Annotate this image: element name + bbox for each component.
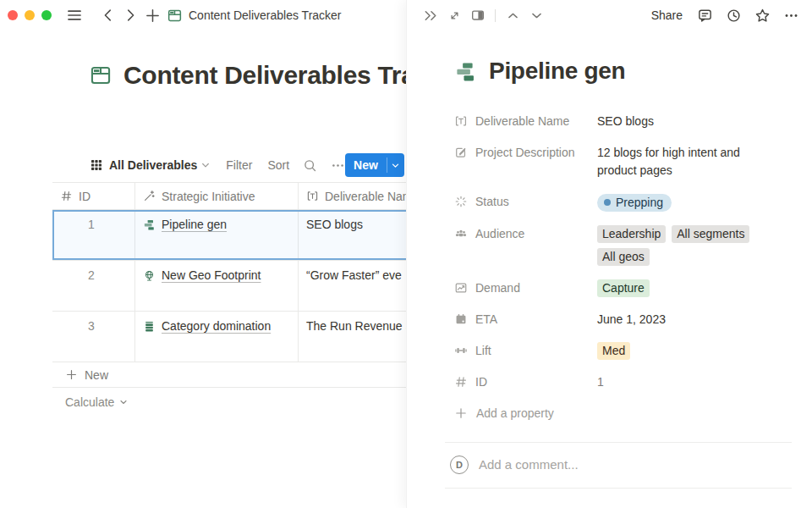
status-dot	[604, 199, 611, 206]
property-label[interactable]: ETA	[454, 311, 597, 329]
relation-link[interactable]: Pipeline gen	[162, 218, 227, 231]
share-button[interactable]: Share	[651, 8, 683, 22]
view-name[interactable]: All Deliverables	[109, 158, 197, 172]
panel-toolbar-actions: Share	[651, 5, 801, 25]
hash-icon	[454, 375, 468, 389]
relation-link[interactable]: New Geo Footprint	[162, 268, 261, 282]
lift-tag[interactable]: Med	[597, 342, 630, 360]
property-value: Leadership All segments All geos	[597, 225, 792, 266]
audience-tag[interactable]: All geos	[597, 248, 650, 266]
property-label[interactable]: Deliverable Name	[454, 113, 597, 130]
traffic-lights	[8, 10, 52, 20]
comment-section: D Add a comment...	[445, 442, 792, 489]
demand-tag[interactable]: Capture	[597, 279, 650, 297]
updates-clock-icon[interactable]	[723, 5, 743, 25]
sidebar-menu-icon[interactable]	[63, 4, 85, 26]
property-label[interactable]: ID	[454, 373, 597, 391]
property-value[interactable]: June 1, 2023	[597, 311, 792, 329]
calculate-button[interactable]: Calculate	[52, 388, 406, 416]
status-tag[interactable]: Prepping	[597, 194, 672, 212]
panel-toolbar: Share	[407, 0, 812, 30]
minimize-window-button[interactable]	[25, 10, 35, 20]
cell-strategic-initiative[interactable]: New Geo Footprint	[135, 261, 299, 311]
property-value[interactable]: 1	[597, 373, 792, 391]
page-title[interactable]: Content Deliverables Tracker	[123, 61, 406, 90]
expand-page-icon[interactable]	[444, 5, 464, 25]
table-row[interactable]: 2 New Geo Footprint “Grow Faster” eve	[52, 261, 406, 312]
table-view-icon[interactable]	[90, 158, 103, 172]
window-toolbar: Content Deliverables Tracker	[0, 0, 406, 30]
more-options-icon[interactable]	[781, 5, 801, 25]
property-label[interactable]: Status	[454, 193, 597, 211]
next-record-icon[interactable]	[526, 5, 546, 25]
back-icon[interactable]	[97, 4, 119, 26]
property-row-deliverable-name: Deliverable Name SEO blogs	[454, 106, 792, 137]
table-new-row-button[interactable]: New	[52, 362, 406, 388]
more-options-icon[interactable]	[331, 158, 345, 173]
calendar-icon	[454, 312, 468, 326]
search-icon[interactable]	[303, 158, 317, 173]
avatar: D	[450, 456, 469, 474]
property-label[interactable]: Demand	[454, 279, 597, 297]
panel-body: Pipeline gen Deliverable Name SEO blogs …	[407, 30, 812, 489]
table-row[interactable]: 1 Pipeline gen SEO blogs	[52, 210, 406, 261]
edit-pencil-icon	[454, 146, 468, 159]
new-record-button[interactable]: New	[345, 153, 387, 177]
add-comment-input[interactable]: Add a comment...	[479, 457, 579, 472]
cell-strategic-initiative[interactable]: Category domination	[135, 312, 299, 362]
deliverables-table: ID Strategic Initiative Deliverable Name…	[52, 182, 406, 416]
trend-chart-icon	[454, 281, 468, 295]
property-label[interactable]: Lift	[454, 342, 597, 360]
sort-button[interactable]: Sort	[267, 158, 289, 172]
plus-icon	[65, 368, 78, 381]
cell-deliverable-name[interactable]: SEO blogs	[299, 210, 406, 260]
relation-link[interactable]: Category domination	[162, 319, 271, 333]
column-header-strategic-initiative[interactable]: Strategic Initiative	[135, 183, 299, 209]
record-title[interactable]: Pipeline gen	[489, 58, 625, 85]
new-page-icon[interactable]	[141, 4, 163, 26]
chevron-down-icon	[118, 397, 129, 407]
forward-icon[interactable]	[119, 4, 141, 26]
view-chevron-down-icon[interactable]	[200, 160, 211, 170]
property-value: Prepping	[597, 193, 792, 212]
side-peek-toggle-icon[interactable]	[468, 5, 488, 25]
filter-button[interactable]: Filter	[226, 158, 252, 172]
page-board-icon[interactable]	[89, 64, 112, 87]
title-property-icon	[306, 190, 319, 202]
property-row-demand: Demand Capture	[454, 273, 792, 304]
property-value[interactable]: SEO blogs	[597, 113, 792, 130]
plus-icon	[454, 406, 468, 420]
audience-tag[interactable]: Leadership	[597, 225, 666, 243]
property-list: Deliverable Name SEO blogs Project Descr…	[454, 106, 792, 428]
comments-icon[interactable]	[694, 5, 715, 25]
favorite-star-icon[interactable]	[752, 5, 772, 25]
peek-panel: Share Pipeline gen	[406, 0, 812, 508]
table-header-row: ID Strategic Initiative Deliverable Name	[52, 182, 406, 210]
cell-deliverable-name[interactable]: “Grow Faster” eve	[299, 261, 406, 311]
property-row-id: ID 1	[454, 367, 792, 398]
close-peek-icon[interactable]	[420, 5, 441, 25]
column-header-deliverable-name[interactable]: Deliverable Name	[299, 183, 406, 209]
property-value: Capture	[597, 279, 792, 297]
audience-tag[interactable]: All segments	[672, 225, 749, 243]
new-record-dropdown-icon[interactable]	[387, 153, 404, 177]
property-label[interactable]: Audience	[454, 225, 597, 243]
cell-id[interactable]: 1	[52, 210, 135, 260]
close-window-button[interactable]	[8, 10, 18, 20]
cell-id[interactable]: 2	[52, 261, 135, 311]
add-property-button[interactable]: Add a property	[454, 398, 792, 428]
new-record-split-button: New	[345, 153, 404, 177]
cell-deliverable-name[interactable]: The Run Revenue S	[299, 312, 406, 362]
status-burst-icon	[454, 195, 468, 208]
table-row[interactable]: 3 Category domination The Run Revenue S	[52, 312, 406, 362]
cell-id[interactable]: 3	[52, 312, 135, 362]
property-label[interactable]: Project Description	[454, 144, 597, 162]
previous-record-icon[interactable]	[502, 5, 523, 25]
hash-icon	[60, 190, 73, 202]
property-value[interactable]: 12 blogs for high intent and product pag…	[597, 144, 756, 179]
column-header-id[interactable]: ID	[52, 183, 135, 209]
cell-strategic-initiative[interactable]: Pipeline gen	[135, 210, 299, 260]
zoom-window-button[interactable]	[41, 10, 52, 20]
title-property-icon	[454, 114, 468, 128]
window-title: Content Deliverables Tracker	[189, 8, 342, 22]
